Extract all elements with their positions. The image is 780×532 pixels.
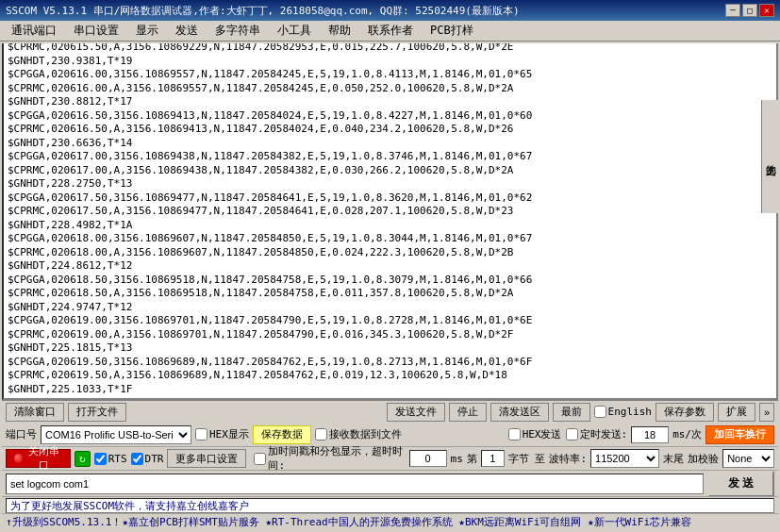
last-button[interactable]: 最前 xyxy=(553,403,590,422)
page-num-input[interactable] xyxy=(481,450,505,467)
rts-text: RTS xyxy=(108,453,127,465)
window-controls: ─ □ ✕ xyxy=(725,4,774,17)
port-select[interactable]: COM16 Prolific USB-to-Seri xyxy=(41,425,191,444)
dtr-text: DTR xyxy=(145,453,164,465)
dtr-checkbox[interactable] xyxy=(131,453,143,465)
expand-button[interactable]: 扩展 xyxy=(718,403,755,422)
stop-button[interactable]: 停止 xyxy=(449,403,487,422)
hex-display-label[interactable]: HEX显示 xyxy=(195,427,249,441)
clear-send-area-button[interactable]: 清发送区 xyxy=(490,403,549,422)
english-checkbox-label[interactable]: English xyxy=(594,406,652,418)
baud-select[interactable]: 115200 xyxy=(590,449,659,468)
hex-send-checkbox[interactable] xyxy=(508,428,521,441)
title-text: SSCOM V5.13.1 串口/网络数据调试器,作者:大虾丁丁, 261805… xyxy=(6,4,520,18)
send-button[interactable]: 发 送 xyxy=(707,471,774,497)
status-bar: 为了更好地发展SSCOM软件，请支持嘉立创线嘉客户 xyxy=(2,496,778,513)
clear-window-button[interactable]: 清除窗口 xyxy=(6,403,64,422)
menu-send[interactable]: 发送 xyxy=(168,21,206,41)
english-checkbox[interactable] xyxy=(594,406,606,418)
close-port-text: 关闭串口 xyxy=(25,444,62,473)
minimize-button[interactable]: ─ xyxy=(725,4,740,17)
timed-send-checkbox[interactable] xyxy=(566,428,578,441)
add-timestamp-label[interactable]: 加时间戳和分包显示，超时时间: xyxy=(254,444,405,473)
add-timestamp-checkbox[interactable] xyxy=(254,453,266,465)
menu-pcb[interactable]: PCB打样 xyxy=(423,21,481,41)
terminal-text: $CPGGA,020615.00,3156.10869174,N,11847.2… xyxy=(8,43,772,396)
save-data-button[interactable]: 保存数据 xyxy=(253,425,311,444)
open-file-button[interactable]: 打开文件 xyxy=(68,403,126,422)
send-file-button[interactable]: 发送文件 xyxy=(387,403,445,422)
timed-send-text: 定时发送: xyxy=(580,427,628,441)
right-panel-label: 选的文 xyxy=(761,100,778,213)
save-params-button[interactable]: 保存参数 xyxy=(656,403,714,422)
hex-display-text: HEX显示 xyxy=(209,427,249,441)
add-timestamp-text: 加时间戳和分包显示，超时时间: xyxy=(268,444,405,473)
menu-comm-port[interactable]: 通讯端口 xyxy=(4,21,64,41)
checksum-select[interactable]: None xyxy=(722,449,774,468)
add-return-run-button[interactable]: 加回车换行 xyxy=(705,425,774,444)
menu-help[interactable]: 帮助 xyxy=(321,21,358,41)
menu-multi-string[interactable]: 多字符串 xyxy=(207,21,268,41)
recv-to-file-checkbox[interactable] xyxy=(315,428,327,441)
timed-unit-text: ms/次 xyxy=(672,427,702,441)
page-unit-text: 字节 至 xyxy=(508,452,546,466)
hex-display-checkbox[interactable] xyxy=(195,428,207,441)
main-container: $CPGGA,020615.00,3156.10869174,N,11847.2… xyxy=(0,42,780,532)
expand-icon-button[interactable]: » xyxy=(759,403,774,422)
menu-display[interactable]: 显示 xyxy=(128,21,166,41)
baud-label: 波特率: xyxy=(549,452,587,466)
send-area: 发 送 xyxy=(2,470,778,496)
terminal-scroll-area[interactable]: $CPGGA,020615.00,3156.10869174,N,11847.2… xyxy=(2,43,778,400)
english-label: English xyxy=(608,406,652,418)
page-label-text: 第 xyxy=(467,452,477,466)
recv-to-file-label[interactable]: 接收数据到文件 xyxy=(315,427,402,441)
timeout-input[interactable] xyxy=(409,450,447,467)
config-row2: 关闭串口 ↻ RTS DTR 更多串口设置 加时间戳和分包显示，超时时间: ms… xyxy=(2,447,778,470)
maximize-button[interactable]: □ xyxy=(742,4,757,17)
close-window-button[interactable]: ✕ xyxy=(759,4,774,17)
send-input[interactable] xyxy=(6,474,704,494)
title-bar: SSCOM V5.13.1 串口/网络数据调试器,作者:大虾丁丁, 261805… xyxy=(0,0,780,21)
timed-interval-input[interactable] xyxy=(631,426,669,443)
recv-to-file-text: 接收数据到文件 xyxy=(329,427,402,441)
rts-label[interactable]: RTS xyxy=(94,453,127,465)
hex-send-label[interactable]: HEX发送 xyxy=(508,427,562,441)
upgrade-bar: ↑升级到SSCOM5.13.1！★嘉立创PCB打样SMT贴片服务 ★RT-Thr… xyxy=(2,513,778,530)
menu-bar: 通讯端口 串口设置 显示 发送 多字符串 小工具 帮助 联系作者 PCB打样 xyxy=(0,21,780,42)
terminal-area: $CPGGA,020615.00,3156.10869174,N,11847.2… xyxy=(2,43,778,400)
hex-send-text: HEX发送 xyxy=(523,427,562,441)
menu-contact[interactable]: 联系作者 xyxy=(360,21,421,41)
menu-serial-config[interactable]: 串口设置 xyxy=(66,21,126,41)
promo-text: 为了更好地发展SSCOM软件，请支持嘉立创线嘉客户 xyxy=(6,498,774,513)
port-label: 端口号 xyxy=(6,427,37,441)
upgrade-text: ↑升级到SSCOM5.13.1！★嘉立创PCB打样SMT贴片服务 ★RT-Thr… xyxy=(6,515,691,529)
refresh-button[interactable]: ↻ xyxy=(75,451,91,467)
timeout-unit-text: ms xyxy=(451,453,463,465)
dtr-label[interactable]: DTR xyxy=(131,453,164,465)
checksum-label: 加校验 xyxy=(688,452,719,466)
menu-tools[interactable]: 小工具 xyxy=(270,21,319,41)
more-port-settings-button[interactable]: 更多串口设置 xyxy=(167,449,246,468)
bottom-toolbar: 清除窗口 打开文件 发送文件 停止 清发送区 最前 English 保存参数 扩… xyxy=(2,400,778,423)
terminal-wrapper: $CPGGA,020615.00,3156.10869174,N,11847.2… xyxy=(2,43,778,400)
timed-send-label[interactable]: 定时发送: xyxy=(566,427,628,441)
rts-checkbox[interactable] xyxy=(94,453,107,465)
tail-label: 末尾 xyxy=(663,452,684,466)
led-indicator xyxy=(14,454,23,463)
close-port-button[interactable]: 关闭串口 xyxy=(6,449,71,468)
